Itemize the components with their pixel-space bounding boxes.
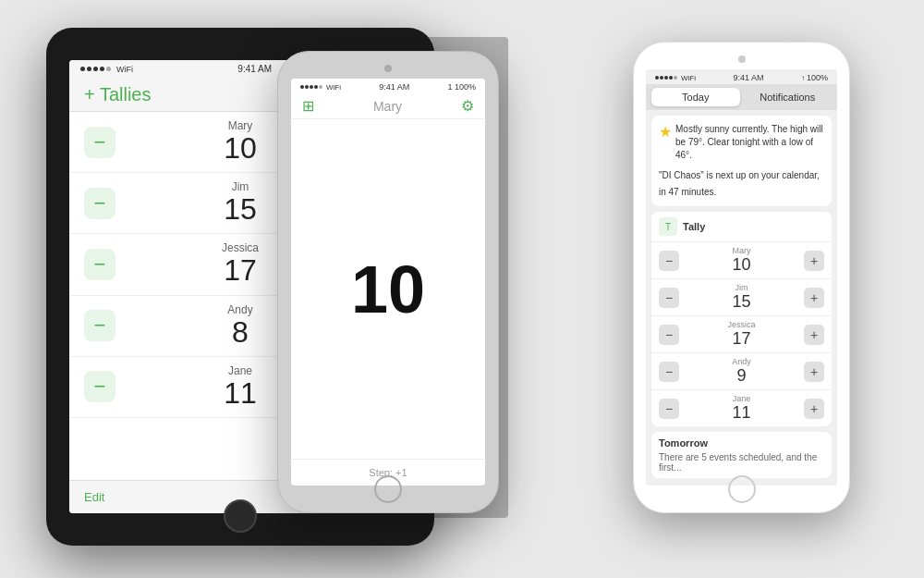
widget-tally-row: − Jessica 17 + [651,315,832,352]
minus-button[interactable]: − [84,188,116,219]
tally-count: 11 [224,377,257,410]
iphone-mid-title: Mary [373,99,402,114]
iphone-mid-statusbar: WiFi 9:41 AM 1 100% [291,79,485,93]
widget-tally-row: − Jane 11 + [651,389,832,426]
iphone-mid-time: 9:41 AM [379,82,409,92]
widget-tally-row: − Andy 9 + [651,352,832,389]
widget-tally-count: 11 [732,403,750,423]
tally-count: 17 [224,254,257,287]
widget-tally-row: − Mary 10 + [651,241,832,278]
widget-tally-name: Andy [732,357,751,366]
weather-text-2: "DI Chaos" is next up on your calendar, … [659,170,820,197]
iphone-mid-navbar: ⊞ Mary ⚙ [291,93,485,119]
iphone-right-screen: WiFi 9:41 AM ↑ 100% Today Notifications … [646,69,837,486]
right-signal: WiFi [655,73,696,82]
widget-tally-info: Jim 15 [679,283,804,312]
weather-row-2: "DI Chaos" is next up on your calendar, … [659,166,824,199]
wifi-label: WiFi [116,65,133,74]
weather-row-1: ★ Mostly sunny currently. The high will … [659,123,824,162]
tally-name: Mary [228,119,253,132]
minus-button[interactable]: − [84,127,116,158]
iphone-right-statusbar: WiFi 9:41 AM ↑ 100% [646,69,837,84]
widget-tally-count: 10 [732,255,750,275]
settings-gear-icon[interactable]: ⚙ [461,97,474,115]
tally-count: 8 [232,316,249,349]
widget-plus-button[interactable]: + [804,251,824,271]
tally-count: 15 [224,193,257,226]
widget-plus-button[interactable]: + [804,362,824,382]
iphone-right-battery: 100% [807,73,828,82]
iphone-mid-count: 10 [351,252,425,327]
widget-tally-name: Jane [733,394,751,403]
scene: WiFi 9:41 AM 100% + Tallies ❯ − Mary 10 … [0,0,924,578]
widget-tally-info: Jessica 17 [679,320,804,349]
tally-widget-icon: T [659,217,677,236]
add-tallies-button[interactable]: + Tallies [84,84,151,105]
widget-tally-info: Mary 10 [679,246,804,275]
widget-tally-info: Jane 11 [679,394,804,423]
tally-count: 10 [224,132,257,165]
widget-minus-button[interactable]: − [659,362,679,382]
tally-name: Jane [228,364,252,377]
ipad-time: 9:41 AM [237,64,272,74]
widget-plus-button[interactable]: + [804,325,824,345]
mid-signal: WiFi [300,82,341,92]
tally-name: Jim [232,180,249,193]
tally-name: Andy [227,303,252,316]
iphone-right-home-button[interactable] [728,475,756,503]
widget-minus-button[interactable]: − [659,325,679,345]
iphone-mid-device: WiFi 9:41 AM 1 100% ⊞ Mary ⚙ 10 Step: +1 [277,51,499,513]
iphone-right-time: 9:41 AM [733,73,763,82]
tally-widget-header: T Tally [651,212,832,241]
widget-plus-button[interactable]: + [804,288,824,308]
widget-tally-row: − Jim 15 + [651,278,832,315]
widget-tally-info: Andy 9 [679,357,804,386]
minus-button[interactable]: − [84,249,116,280]
widget-plus-button[interactable]: + [804,399,824,419]
tomorrow-header: Tomorrow [659,437,824,449]
widget-tally-name: Mary [733,246,751,255]
tab-notifications[interactable]: Notifications [744,88,833,106]
widget-tally-rows: − Mary 10 + − Jim 15 + − Jessica 17 + − … [651,241,832,426]
iphone-right-camera [738,55,746,63]
widget-minus-button[interactable]: − [659,399,679,419]
widget-tally-count: 9 [736,366,746,386]
iphone-mid-screen: WiFi 9:41 AM 1 100% ⊞ Mary ⚙ 10 Step: +1 [291,79,485,486]
iphone-mid-count-area[interactable]: 10 [291,119,485,459]
iphone-mid-battery: 1 100% [447,82,476,92]
minus-button[interactable]: − [84,371,116,402]
tab-today[interactable]: Today [651,88,740,106]
iphone-mid-home-button[interactable] [374,475,402,503]
signal-dots: WiFi [80,64,133,74]
iphone-right-device: WiFi 9:41 AM ↑ 100% Today Notifications … [633,42,850,513]
ipad-home-button[interactable] [224,499,257,533]
widget-tally-count: 17 [732,329,750,349]
edit-button[interactable]: Edit [84,490,104,504]
widget-minus-button[interactable]: − [659,288,679,308]
tomorrow-section: Tomorrow There are 5 events scheduled, a… [651,432,832,478]
weather-star-icon: ★ [659,123,672,141]
widget-minus-button[interactable]: − [659,251,679,271]
notification-content: ★ Mostly sunny currently. The high will … [646,110,837,486]
weather-widget: ★ Mostly sunny currently. The high will … [651,116,832,206]
right-battery-area: ↑ 100% [801,73,828,82]
minus-button[interactable]: − [84,310,116,341]
notification-tabs: Today Notifications [646,84,837,110]
widget-tally-count: 15 [732,292,750,312]
weather-text-1: Mostly sunny currently. The high will be… [675,123,824,162]
widget-tally-name: Jessica [727,320,755,329]
tally-name: Jessica [222,241,259,254]
widget-tally-name: Jim [736,283,748,292]
tally-widget-title: Tally [683,221,705,232]
tally-widget: T Tally − Mary 10 + − Jim 15 + − Jessica… [651,212,832,426]
tomorrow-text: There are 5 events scheduled, and the fi… [659,452,824,473]
tally-strokes-icon: ⊞ [302,97,314,115]
iphone-mid-camera [384,65,392,72]
